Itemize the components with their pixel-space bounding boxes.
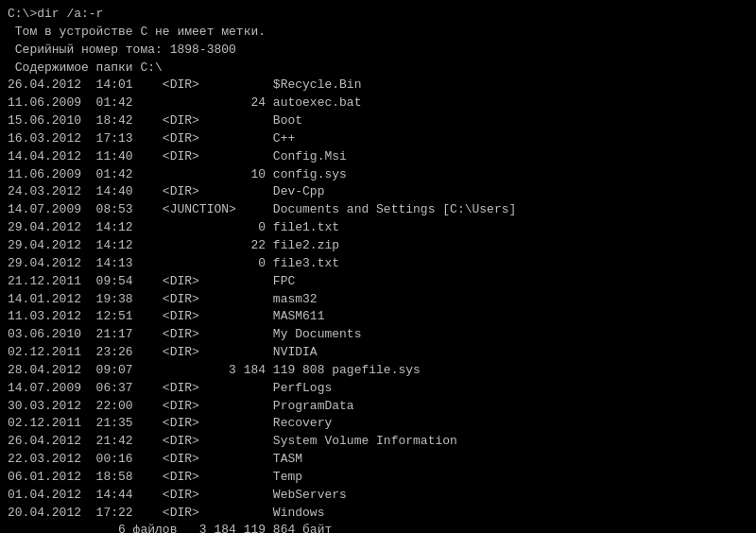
terminal-line: 11.03.2012 12:51 <DIR> MASM611 (8, 308, 748, 326)
terminal-line: 15.06.2010 18:42 <DIR> Boot (8, 112, 748, 130)
terminal-line: Том в устройстве C не имеет метки. (8, 24, 748, 42)
terminal-line: 14.01.2012 19:38 <DIR> masm32 (8, 291, 748, 309)
terminal-line: 01.04.2012 14:44 <DIR> WebServers (8, 487, 748, 505)
terminal-line: 6 файлов 3 184 119 864 байт (8, 522, 748, 533)
terminal-line: 14.04.2012 11:40 <DIR> Config.Msi (8, 148, 748, 166)
terminal-line: 28.04.2012 09:07 3 184 119 808 pagefile.… (8, 362, 748, 380)
terminal-line: C:\>dir /a:-r (8, 6, 748, 24)
terminal-line: Серийный номер тома: 1898-3800 (8, 42, 748, 60)
terminal-line: 14.07.2009 08:53 <JUNCTION> Documents an… (8, 201, 748, 219)
terminal-line: 02.12.2011 23:26 <DIR> NVIDIA (8, 344, 748, 362)
terminal-line: 26.04.2012 21:42 <DIR> System Volume Inf… (8, 433, 748, 451)
terminal-line: 26.04.2012 14:01 <DIR> $Recycle.Bin (8, 77, 748, 95)
terminal-line: 20.04.2012 17:22 <DIR> Windows (8, 505, 748, 523)
terminal-line: 16.03.2012 17:13 <DIR> C++ (8, 130, 748, 148)
terminal-line: 29.04.2012 14:12 0 file1.txt (8, 219, 748, 237)
terminal-line: 11.06.2009 01:42 10 config.sys (8, 166, 748, 184)
terminal-line: 03.06.2010 21:17 <DIR> My Documents (8, 326, 748, 344)
terminal-line: Содержимое папки C:\ (8, 60, 748, 77)
terminal-line: 29.04.2012 14:13 0 file3.txt (8, 255, 748, 273)
terminal-window: C:\>dir /a:-r Том в устройстве C не имее… (8, 6, 748, 527)
terminal-line: 22.03.2012 00:16 <DIR> TASM (8, 451, 748, 469)
terminal-line: 29.04.2012 14:12 22 file2.zip (8, 237, 748, 255)
terminal-line: 02.12.2011 21:35 <DIR> Recovery (8, 415, 748, 433)
terminal-line: 14.07.2009 06:37 <DIR> PerfLogs (8, 380, 748, 398)
terminal-output: C:\>dir /a:-r Том в устройстве C не имее… (8, 6, 748, 533)
terminal-line: 21.12.2011 09:54 <DIR> FPC (8, 273, 748, 291)
terminal-line: 11.06.2009 01:42 24 autoexec.bat (8, 95, 748, 112)
terminal-line: 30.03.2012 22:00 <DIR> ProgramData (8, 398, 748, 416)
terminal-line: 24.03.2012 14:40 <DIR> Dev-Cpp (8, 183, 748, 201)
terminal-line: 06.01.2012 18:58 <DIR> Temp (8, 469, 748, 487)
